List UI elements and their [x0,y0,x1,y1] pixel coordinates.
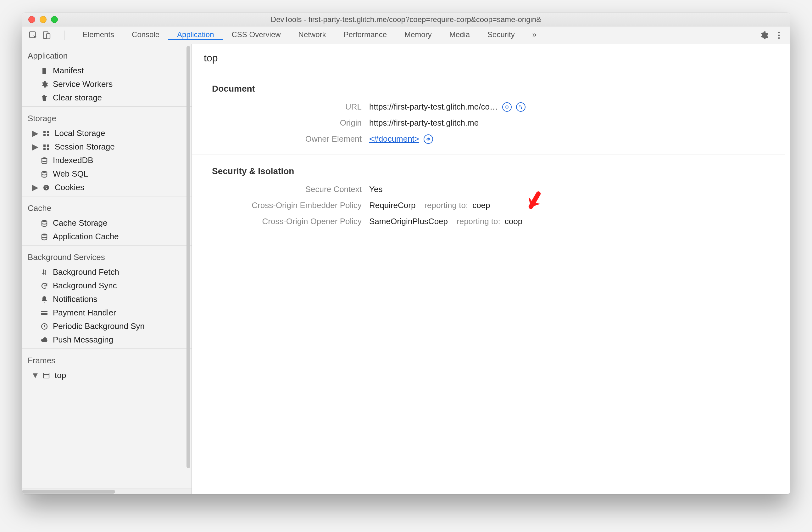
sidebar-item-label: top [55,370,66,380]
tab-security[interactable]: Security [479,30,524,40]
svg-rect-9 [47,134,49,136]
main-panel: top Document URL https://first-party-tes… [192,44,790,494]
sidebar-item-session-storage[interactable]: ▶ Session Storage [22,140,191,154]
sidebar-item-push-messaging[interactable]: Push Messaging [22,333,191,347]
sidebar-item-service-workers[interactable]: Service Workers [22,78,191,91]
sidebar-group-cache: Cache Cache Storage Application Cache [22,196,191,246]
reveal-in-elements-icon[interactable] [424,135,433,144]
tab-overflow[interactable]: » [524,30,545,40]
sidebar-item-notifications[interactable]: Notifications [22,292,191,306]
device-toolbar-icon[interactable] [42,30,52,40]
window-icon [42,372,51,379]
tab-performance[interactable]: Performance [335,30,396,40]
sidebar-vertical-scrollbar[interactable] [185,44,191,489]
sidebar-item-periodic-background-sync[interactable]: Periodic Background Syn [22,320,191,333]
sidebar-item-label: Service Workers [53,79,113,89]
scrollbar-thumb[interactable] [22,490,115,494]
label-origin: Origin [212,118,369,128]
sidebar-item-label: Background Fetch [53,267,119,277]
kebab-menu-icon[interactable] [774,30,784,40]
owner-element-link[interactable]: <#document> [369,134,419,144]
application-sidebar: Application Manifest Service Workers Cle… [22,44,192,494]
svg-point-15 [42,171,47,173]
tab-css-overview[interactable]: CSS Overview [223,30,290,40]
sidebar-item-clear-storage[interactable]: Clear storage [22,91,191,104]
tab-elements[interactable]: Elements [74,30,123,40]
tab-bar: Elements Console Application CSS Overvie… [22,26,790,44]
sidebar-item-manifest[interactable]: Manifest [22,64,191,78]
row-owner-element: Owner Element <#document> [212,134,785,144]
svg-point-16 [43,185,49,191]
reveal-in-network-icon[interactable] [516,102,525,112]
section-document-title: Document [212,84,785,94]
sidebar-item-cache-storage[interactable]: Cache Storage [22,216,191,230]
tab-console[interactable]: Console [123,30,168,40]
db-icon [40,170,49,178]
svg-point-18 [46,186,47,187]
sidebar-item-cookies[interactable]: ▶ Cookies [22,181,191,194]
frame-details: Document URL https://first-party-test.gl… [192,71,790,494]
settings-gear-icon[interactable] [759,30,769,40]
sidebar-item-indexeddb[interactable]: IndexedDB [22,154,191,167]
label-coop-reporting: reporting to: [456,216,501,226]
chevron-right-icon: ▶ [33,142,38,152]
chevron-right-icon: ▶ [33,183,38,192]
sidebar-item-local-storage[interactable]: ▶ Local Storage [22,127,191,140]
svg-point-4 [778,34,780,36]
chevron-down-icon: ▼ [33,370,38,380]
sidebar-item-application-cache[interactable]: Application Cache [22,230,191,243]
row-url: URL https://first-party-test.glitch.me/c… [212,102,785,112]
tab-application[interactable]: Application [168,30,223,40]
tab-network[interactable]: Network [290,30,335,40]
cookie-icon [42,184,51,192]
sidebar-group-frames: Frames ▼ top [22,349,191,384]
svg-rect-6 [43,131,46,133]
sidebar-item-frame-top[interactable]: ▼ top [22,369,191,382]
value-coep-reporting: coep [472,200,490,210]
svg-point-3 [778,31,780,33]
db-icon [40,220,49,227]
inspect-icon[interactable] [28,30,38,40]
svg-rect-11 [47,144,49,147]
row-origin: Origin https://first-party-test.glitch.m… [212,118,785,128]
value-coep: RequireCorp [369,200,416,210]
value-coop-reporting: coop [505,216,522,226]
svg-point-17 [45,186,46,187]
svg-rect-12 [43,148,46,150]
db-icon [40,157,49,164]
bell-icon [40,296,49,303]
copy-icon[interactable] [502,102,512,112]
updown-icon [40,268,49,276]
value-coop: SameOriginPlusCoep [369,216,448,226]
sidebar-scroll[interactable]: Application Manifest Service Workers Cle… [22,44,191,489]
sidebar-item-label: Payment Handler [53,308,116,318]
sidebar-item-label: Background Sync [53,281,117,291]
svg-rect-13 [47,148,49,150]
sidebar-item-websql[interactable]: Web SQL [22,167,191,181]
file-icon [40,67,49,74]
sidebar-item-background-fetch[interactable]: Background Fetch [22,265,191,279]
sidebar-item-label: Push Messaging [53,335,113,345]
sidebar-horizontal-scrollbar[interactable] [22,489,191,494]
window-title: DevTools - first-party-test.glitch.me/co… [22,15,790,24]
section-security-title: Security & Isolation [212,166,785,176]
devtools-window: DevTools - first-party-test.glitch.me/co… [22,13,790,494]
scrollbar-thumb[interactable] [187,46,190,468]
sidebar-item-label: Notifications [53,294,98,304]
sidebar-item-label: Cookies [55,183,84,192]
section-divider [192,155,785,155]
sidebar-item-payment-handler[interactable]: Payment Handler [22,306,191,320]
title-bar: DevTools - first-party-test.glitch.me/co… [22,13,790,26]
frame-title: top [192,44,790,71]
sidebar-item-label: Session Storage [55,142,115,152]
sidebar-item-background-sync[interactable]: Background Sync [22,279,191,292]
panel-tabs: Elements Console Application CSS Overvie… [74,30,545,40]
tab-media[interactable]: Media [440,30,479,40]
svg-rect-25 [43,373,49,378]
svg-point-20 [42,220,47,222]
sidebar-item-label: IndexedDB [53,155,93,165]
sidebar-item-label: Periodic Background Syn [53,321,145,331]
chevron-right-icon: ▶ [33,128,38,138]
tab-memory[interactable]: Memory [396,30,440,40]
value-origin: https://first-party-test.glitch.me [369,118,479,128]
